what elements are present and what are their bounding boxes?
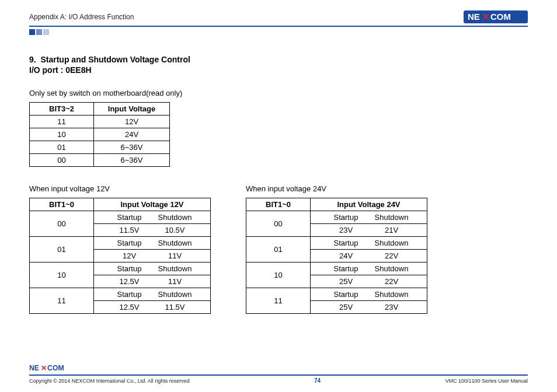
table-row: 00 StartupShutdown (246, 211, 427, 224)
brand-logo-top: NE ✕ COM (464, 10, 528, 23)
io-port-label: I/O port : 0EE8H (29, 65, 528, 75)
voltage-12v-block: When input voltage 12V BIT1~0 Input Volt… (29, 184, 211, 314)
voltage-24v-block: When input voltage 24V BIT1~0 Input Volt… (246, 184, 427, 314)
section-note: Only set by switch on motherboard(read o… (29, 89, 528, 97)
table-row: 00 StartupShutdown (30, 211, 211, 224)
table-header: BIT3~2 (30, 103, 94, 116)
table-row: 1112V (30, 116, 170, 128)
input-voltage-table: BIT3~2 Input Voltage 1112V 1024V 016~36V… (29, 102, 170, 167)
table-header: Input Voltage 24V (311, 198, 427, 211)
table-row: 006~36V (30, 154, 170, 167)
table-header: Input Voltage 12V (94, 198, 211, 211)
voltage-12v-table: BIT1~0 Input Voltage 12V 00 StartupShutd… (29, 198, 211, 314)
table-row: 1024V (30, 128, 170, 141)
column-label: When input voltage 24V (246, 184, 427, 193)
section-title: 9. Startup and Shutdown Voltage Control (29, 55, 528, 64)
svg-text:✕: ✕ (482, 12, 490, 22)
header-rule (29, 26, 528, 27)
svg-text:NE: NE (29, 364, 39, 372)
brand-logo-bottom: NE ✕ COM (29, 363, 82, 373)
table-row: 10 StartupShutdown (30, 262, 211, 275)
voltage-24v-table: BIT1~0 Input Voltage 24V 00 StartupShutd… (246, 198, 427, 314)
table-header: Input Voltage (94, 103, 170, 116)
page-number: 74 (314, 377, 321, 384)
table-row: 01 StartupShutdown (246, 237, 427, 250)
manual-name: VMC 100/1100 Series User Manual (445, 378, 528, 384)
svg-text:COM: COM (490, 12, 511, 22)
table-header: BIT1~0 (246, 198, 311, 211)
table-row: 11 StartupShutdown (30, 288, 211, 301)
table-row: 11 StartupShutdown (246, 288, 427, 301)
copyright-text: Copyright © 2014 NEXCOM International Co… (29, 378, 190, 384)
decorative-squares (29, 29, 528, 35)
svg-text:✕: ✕ (41, 364, 47, 372)
table-row: 01 StartupShutdown (30, 237, 211, 250)
footer-rule (29, 374, 528, 376)
table-row: 016~36V (30, 141, 170, 154)
appendix-header: Appendix A: I/O Address Function (29, 13, 134, 21)
table-header: BIT1~0 (30, 198, 94, 211)
svg-text:NE: NE (468, 12, 480, 22)
svg-text:COM: COM (47, 364, 64, 372)
table-row: 10 StartupShutdown (246, 262, 427, 275)
column-label: When input voltage 12V (29, 184, 211, 193)
